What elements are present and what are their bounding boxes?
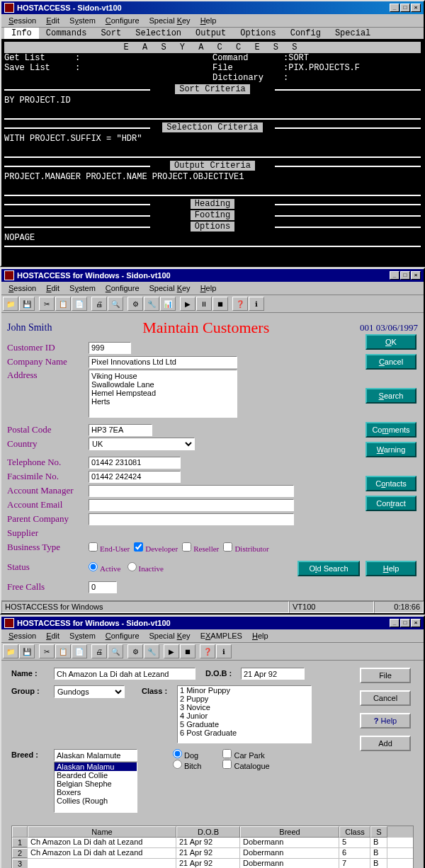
- toolbar-btn[interactable]: ⏸: [196, 297, 212, 311]
- menu-help[interactable]: Help: [196, 283, 221, 293]
- radio-inactive[interactable]: Inactive: [128, 562, 164, 573]
- toolbar-btn[interactable]: ℹ: [216, 644, 232, 658]
- menu-specialkey[interactable]: Special Key: [145, 631, 195, 641]
- toolbar-btn[interactable]: ✂: [39, 297, 55, 311]
- toolbar-btn[interactable]: ⚙: [128, 644, 143, 658]
- menu-help[interactable]: Help: [248, 631, 273, 641]
- minimize-btn[interactable]: _: [390, 4, 400, 12]
- chk-developer[interactable]: Developer: [134, 542, 178, 553]
- toolbar-btn[interactable]: 🔧: [144, 297, 159, 311]
- toolbar-btn[interactable]: ⚙: [128, 297, 143, 311]
- toolbar-btn[interactable]: 📊: [160, 297, 176, 311]
- tab-config[interactable]: Config: [283, 28, 328, 39]
- toolbar-btn[interactable]: 🔍: [108, 644, 123, 658]
- toolbar-btn[interactable]: 📄: [72, 644, 87, 658]
- toolbar-btn[interactable]: 💾: [19, 644, 35, 658]
- tab-special[interactable]: Special: [328, 28, 378, 39]
- menu-system[interactable]: System: [65, 16, 100, 25]
- customer-id-input[interactable]: [89, 342, 131, 354]
- close-btn[interactable]: ×: [411, 619, 421, 627]
- menu-edit[interactable]: Edit: [42, 631, 64, 641]
- table-row[interactable]: 321 Apr 92Dobermann7B: [12, 859, 413, 868]
- company-input[interactable]: [89, 356, 237, 368]
- parent-input[interactable]: [89, 513, 294, 525]
- menu-session[interactable]: Session: [4, 16, 40, 25]
- menu-session[interactable]: Session: [4, 631, 40, 641]
- menu-session[interactable]: Session: [4, 283, 40, 293]
- ok-button[interactable]: OK: [366, 334, 416, 350]
- chk-carpark[interactable]: Car Park: [222, 751, 264, 760]
- titlebar[interactable]: HOSTACCESS for Windows - Sidon-vt100 _ □…: [1, 269, 424, 282]
- country-select[interactable]: UK: [89, 438, 195, 450]
- tab-output[interactable]: Output: [188, 28, 233, 39]
- tab-selection[interactable]: Selection: [128, 28, 188, 39]
- fax-input[interactable]: [89, 471, 181, 483]
- results-grid[interactable]: Name D.O.B Breed Class S 1Ch Amazon La D…: [11, 826, 414, 868]
- free-calls-input[interactable]: [89, 581, 117, 593]
- comments-button[interactable]: Comments: [366, 422, 416, 438]
- toolbar-btn[interactable]: ▶: [180, 297, 196, 311]
- radio-active[interactable]: Active: [89, 562, 120, 573]
- class-listbox[interactable]: 1 Minor Puppy2 Puppy3 Novice4 Junior5 Gr…: [177, 685, 312, 743]
- menu-system[interactable]: System: [65, 283, 100, 293]
- tab-sort[interactable]: Sort: [94, 28, 128, 39]
- close-btn[interactable]: ×: [411, 271, 421, 280]
- acct-email-input[interactable]: [89, 499, 294, 511]
- chk-enduser[interactable]: End-User: [89, 542, 130, 553]
- menu-examples[interactable]: EXAMPLES: [196, 631, 246, 641]
- menu-system[interactable]: System: [65, 631, 100, 641]
- maximize-btn[interactable]: □: [400, 619, 410, 627]
- toolbar-btn[interactable]: 🖨: [91, 644, 107, 658]
- menu-specialkey[interactable]: Special Key: [145, 283, 195, 293]
- chk-catalogue[interactable]: Catalogue: [222, 762, 269, 770]
- chk-distributor[interactable]: Distributor: [223, 542, 268, 553]
- breed-listbox[interactable]: Alaskan MalamuBearded CollieBelgian Shep…: [54, 762, 137, 813]
- menu-edit[interactable]: Edit: [42, 283, 64, 293]
- telephone-input[interactable]: [89, 457, 181, 469]
- name-input[interactable]: [54, 668, 196, 680]
- search-button[interactable]: Search: [366, 388, 416, 404]
- toolbar-btn[interactable]: ℹ: [249, 297, 264, 311]
- toolbar-btn[interactable]: ❓: [232, 297, 248, 311]
- menu-edit[interactable]: Edit: [42, 16, 64, 25]
- radio-dog[interactable]: Dog: [173, 751, 198, 760]
- minimize-btn[interactable]: _: [390, 619, 400, 627]
- menu-configure[interactable]: Configure: [101, 631, 144, 641]
- menu-specialkey[interactable]: Special Key: [145, 16, 195, 25]
- add-button[interactable]: Add: [360, 736, 411, 751]
- titlebar[interactable]: HOSTACCESS for Windows - Sidon-vt100 _ □…: [1, 617, 424, 629]
- minimize-btn[interactable]: _: [390, 271, 400, 280]
- file-button[interactable]: File: [360, 668, 411, 683]
- maximize-btn[interactable]: □: [400, 271, 410, 280]
- maximize-btn[interactable]: □: [400, 4, 410, 12]
- table-row[interactable]: 2Ch Amazon La Di dah at Lezand21 Apr 92D…: [12, 848, 413, 859]
- toolbar-btn[interactable]: 📄: [72, 297, 87, 311]
- chk-reseller[interactable]: Reseller: [182, 542, 219, 553]
- warning-button[interactable]: Warning: [366, 442, 416, 457]
- toolbar-btn[interactable]: 🖨: [91, 297, 107, 311]
- radio-bitch[interactable]: Bitch: [173, 762, 201, 770]
- menu-help[interactable]: Help: [196, 16, 221, 25]
- help-button[interactable]: Help: [366, 561, 416, 576]
- table-row[interactable]: 1Ch Amazon La Di dah at Lezand21 Apr 92D…: [12, 838, 413, 848]
- group-select[interactable]: Gundogs: [54, 685, 125, 698]
- toolbar-btn[interactable]: 📋: [55, 644, 71, 658]
- close-btn[interactable]: ×: [411, 4, 421, 12]
- toolbar-btn[interactable]: ❓: [200, 644, 215, 658]
- cancel-button[interactable]: Cancel: [366, 354, 416, 370]
- postal-input[interactable]: [89, 424, 152, 436]
- tab-commands[interactable]: Commands: [39, 28, 94, 39]
- contract-button[interactable]: Contract: [366, 496, 416, 511]
- old-search-button[interactable]: Old Search: [298, 561, 360, 576]
- address-textarea[interactable]: Viking House Swallowdale Lane Hemel Hemp…: [89, 370, 237, 418]
- toolbar-btn[interactable]: ⏹: [180, 644, 196, 658]
- titlebar[interactable]: HOSTACCESS - Sidon-vt100 _ □ ×: [1, 1, 424, 14]
- toolbar-btn[interactable]: ▶: [164, 644, 179, 658]
- toolbar-btn[interactable]: 🔍: [108, 297, 123, 311]
- toolbar-btn[interactable]: ✂: [39, 644, 55, 658]
- toolbar-btn[interactable]: 📁: [3, 297, 18, 311]
- tab-options[interactable]: Options: [233, 28, 283, 39]
- tab-info[interactable]: Info: [4, 28, 39, 39]
- menu-configure[interactable]: Configure: [101, 283, 144, 293]
- acct-mgr-input[interactable]: [89, 485, 294, 497]
